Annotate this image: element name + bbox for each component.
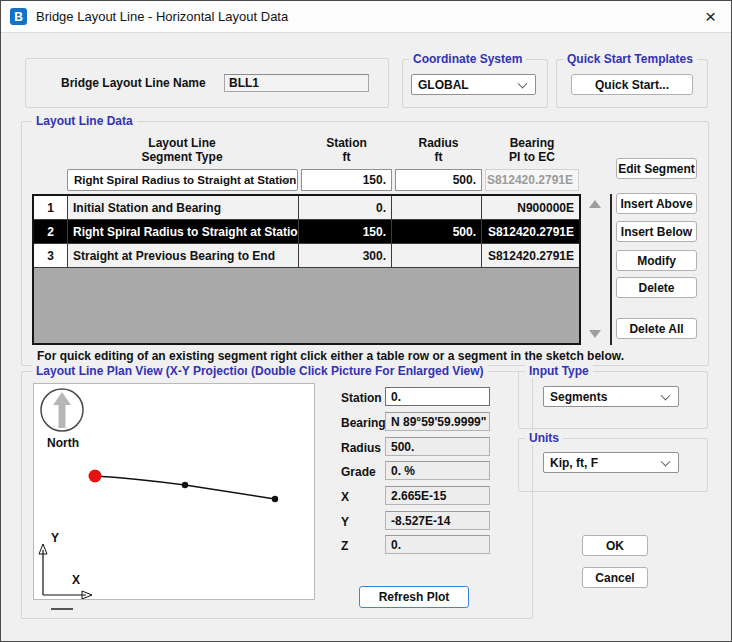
- y-axis-label: Y: [51, 531, 59, 545]
- north-label: North: [47, 436, 79, 450]
- segment-table[interactable]: 1 Initial Station and Bearing 0. N900000…: [32, 194, 581, 345]
- window-title: Bridge Layout Line - Horizontal Layout D…: [36, 9, 288, 24]
- bearing-display: S812420.2791E: [485, 169, 579, 191]
- chevron-down-icon: [661, 390, 671, 400]
- delete-button[interactable]: Delete: [616, 277, 697, 298]
- app-icon: B: [10, 8, 27, 25]
- segment-point[interactable]: [182, 482, 188, 488]
- quick-start-title: Quick Start Templates: [563, 52, 697, 66]
- station-input[interactable]: 150.: [301, 169, 392, 191]
- x-label: X: [341, 490, 349, 504]
- cell-bearing: N900000E: [482, 196, 579, 220]
- header-bearing: BearingPI to EC: [485, 136, 579, 164]
- delete-all-button[interactable]: Delete All: [616, 318, 697, 339]
- coordinate-system-title: Coordinate System: [409, 52, 526, 66]
- table-row-selected[interactable]: 2 Right Spiral Radius to Straight at Sta…: [34, 220, 579, 244]
- coordinate-system-select[interactable]: GLOBAL: [411, 74, 536, 95]
- x-readout: 2.665E-15: [385, 486, 490, 505]
- z-label: Z: [341, 539, 348, 553]
- cell-radius: [392, 196, 482, 220]
- bridge-name-field[interactable]: BLL1: [224, 74, 369, 92]
- plan-view-subtitle: (Double Click Picture For Enlarged View): [247, 364, 488, 378]
- units-title: Units: [525, 431, 563, 445]
- cell-bearing: S812420.2791E: [482, 244, 579, 268]
- z-readout: 0.: [385, 535, 490, 554]
- station-readout[interactable]: 0.: [385, 387, 490, 406]
- chevron-down-icon: [661, 456, 671, 466]
- ok-button[interactable]: OK: [582, 535, 648, 556]
- cell-segment-type: Straight at Previous Bearing to End: [68, 244, 299, 268]
- header-radius: Radiusft: [395, 136, 482, 164]
- row-number: 1: [34, 196, 68, 220]
- row-number: 3: [34, 244, 68, 268]
- radius-label: Radius: [341, 441, 381, 455]
- bearing-readout: N 89°59'59.9999": [385, 412, 490, 431]
- cancel-button[interactable]: Cancel: [582, 567, 648, 588]
- cell-station: 0.: [299, 196, 392, 220]
- units-value: Kip, ft, F: [550, 456, 598, 470]
- grade-label: Grade: [341, 465, 376, 479]
- dialog-window: B Bridge Layout Line - Horizontal Layout…: [0, 0, 732, 642]
- north-arrow-icon: [53, 392, 71, 428]
- refresh-plot-button[interactable]: Refresh Plot: [359, 586, 469, 608]
- close-icon[interactable]: ×: [699, 8, 722, 25]
- insert-below-button[interactable]: Insert Below: [616, 221, 697, 242]
- radius-readout: 500.: [385, 437, 490, 456]
- edit-segment-button[interactable]: Edit Segment: [616, 158, 697, 179]
- scroll-up-icon[interactable]: [589, 200, 601, 208]
- y-readout: -8.527E-14: [385, 511, 490, 530]
- y-label: Y: [341, 515, 349, 529]
- modify-button[interactable]: Modify: [616, 250, 697, 271]
- bearing-label: Bearing: [341, 416, 386, 430]
- header-segment-type: Layout LineSegment Type: [117, 136, 247, 164]
- row-number: 2: [34, 220, 68, 244]
- segment-type-value: Right Spiral Radius to Straight at Stati…: [74, 174, 296, 186]
- scroll-down-icon[interactable]: [589, 330, 601, 338]
- quick-start-button[interactable]: Quick Start...: [571, 74, 693, 95]
- cell-segment-type: Initial Station and Bearing: [68, 196, 299, 220]
- plan-view-picture[interactable]: North Y X: [33, 383, 315, 600]
- cell-station: 150.: [299, 220, 392, 244]
- cell-bearing: S812420.2791E: [482, 220, 579, 244]
- insert-above-button[interactable]: Insert Above: [616, 193, 697, 214]
- cell-station: 300.: [299, 244, 392, 268]
- quick-edit-note: For quick editing of an existing segment…: [37, 349, 624, 363]
- cell-segment-type: Right Spiral Radius to Straight at Stati…: [68, 220, 299, 244]
- chevron-down-icon: [518, 78, 528, 88]
- units-select[interactable]: Kip, ft, F: [543, 452, 679, 473]
- title-bar: B Bridge Layout Line - Horizontal Layout…: [1, 1, 731, 33]
- cell-radius: [392, 244, 482, 268]
- input-type-value: Segments: [550, 390, 607, 404]
- radius-input[interactable]: 500.: [395, 169, 482, 191]
- station-label: Station: [341, 391, 382, 405]
- plan-sketch: North Y X: [34, 384, 314, 599]
- bridge-name-label: Bridge Layout Line Name: [61, 76, 206, 90]
- divider: [610, 194, 612, 345]
- layout-line-data-title: Layout Line Data: [32, 114, 137, 128]
- table-row[interactable]: 1 Initial Station and Bearing 0. N900000…: [34, 196, 579, 220]
- table-row[interactable]: 3 Straight at Previous Bearing to End 30…: [34, 244, 579, 268]
- coordinate-system-value: GLOBAL: [418, 78, 469, 92]
- start-point[interactable]: [89, 470, 102, 483]
- segment-type-select[interactable]: Right Spiral Radius to Straight at Stati…: [67, 169, 298, 191]
- x-axis-label: X: [72, 573, 80, 587]
- cell-radius: 500.: [392, 220, 482, 244]
- header-station: Stationft: [301, 136, 392, 164]
- input-type-title: Input Type: [525, 364, 593, 378]
- grade-readout: 0. %: [385, 461, 490, 480]
- input-type-select[interactable]: Segments: [543, 386, 679, 407]
- scale-bar: [51, 608, 73, 610]
- plan-view-title: Layout Line Plan View (X-Y Projection): [32, 364, 260, 378]
- segment-end-point[interactable]: [272, 496, 278, 502]
